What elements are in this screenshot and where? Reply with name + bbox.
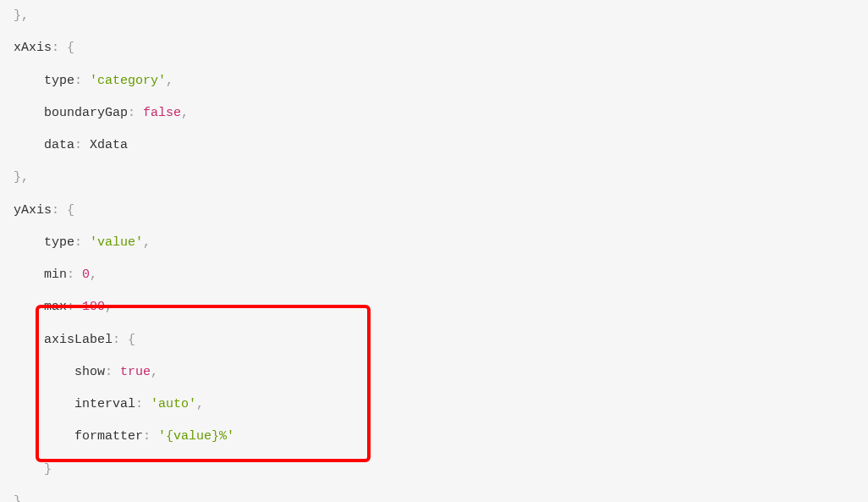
- brace-close: },: [14, 170, 29, 185]
- key-type: type: [44, 74, 74, 88]
- value-xdata: Xdata: [90, 138, 128, 152]
- code-line: min: 0,: [14, 259, 868, 291]
- key-yaxis: yAxis: [14, 203, 52, 218]
- brace-close: },: [14, 494, 29, 502]
- value-value: 'value': [90, 235, 143, 250]
- code-line: boundaryGap: false,: [14, 97, 868, 130]
- value-auto: 'auto': [151, 397, 196, 411]
- key-min: min: [44, 268, 67, 282]
- key-boundarygap: boundaryGap: [44, 106, 128, 120]
- code-line: type: 'category',: [14, 65, 868, 97]
- code-line: data: Xdata: [14, 130, 868, 162]
- brace-close: }: [44, 462, 52, 477]
- code-line: axisLabel: {: [14, 324, 868, 356]
- key-data: data: [44, 138, 74, 152]
- value-formatter: '{value}%': [158, 429, 234, 444]
- code-line: }: [14, 454, 868, 486]
- key-xaxis: xAxis: [14, 41, 52, 55]
- code-line: interval: 'auto',: [14, 389, 868, 421]
- value-100: 100: [82, 300, 105, 314]
- key-max: max: [44, 300, 67, 314]
- code-line: formatter: '{value}%': [14, 421, 868, 453]
- code-line: yAxis: {: [14, 195, 868, 227]
- key-show: show: [74, 365, 105, 379]
- brace-close: },: [14, 8, 29, 23]
- code-line: xAxis: {: [14, 32, 868, 64]
- key-type: type: [44, 235, 74, 250]
- code-block: }, xAxis: { type: 'category', boundaryGa…: [0, 0, 868, 502]
- code-line: type: 'value',: [14, 227, 868, 259]
- code-line: },: [14, 162, 868, 194]
- value-false: false: [143, 106, 181, 120]
- value-zero: 0: [82, 268, 90, 282]
- value-true: true: [120, 365, 151, 379]
- code-line: },: [14, 0, 868, 32]
- code-line: },: [14, 486, 868, 502]
- key-formatter: formatter: [74, 429, 143, 444]
- key-interval: interval: [74, 397, 135, 411]
- code-line: show: true,: [14, 356, 868, 389]
- key-axislabel: axisLabel: [44, 333, 113, 347]
- code-line: max: 100,: [14, 291, 868, 323]
- value-category: 'category': [90, 74, 166, 88]
